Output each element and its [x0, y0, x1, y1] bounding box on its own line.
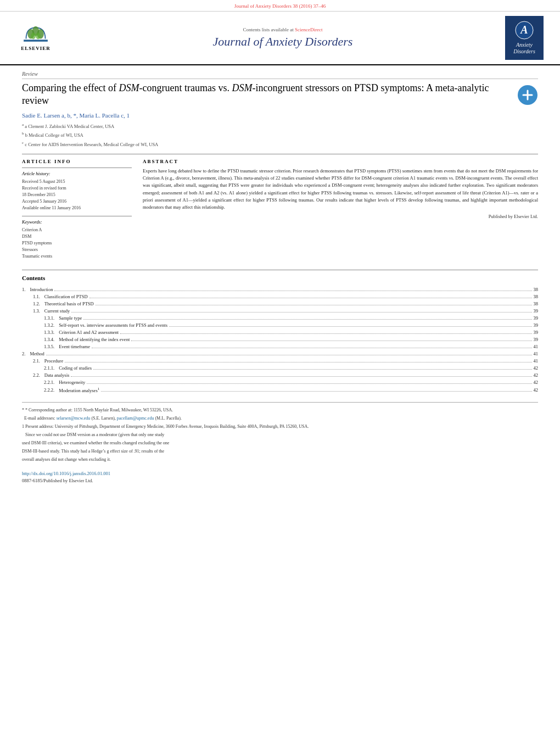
- abstract-column: ABSTRACT Experts have long debated how t…: [143, 159, 538, 264]
- toc-dots-2: [46, 355, 532, 355]
- toc-num-2-1: 2.1.: [33, 358, 40, 364]
- journal-reference-text: Journal of Anxiety Disorders 38 (2016) 3…: [234, 3, 326, 9]
- issn-text: 0887-6185/Published by Elsevier Ltd.: [22, 478, 93, 483]
- affiliation-c: c c Center for AIDS Intervention Researc…: [22, 140, 538, 148]
- toc-num-1-2: 1.2.: [33, 301, 40, 306]
- toc-page-1-3: 39: [534, 308, 539, 314]
- footer-section: * * Corresponding author at: 1155 North …: [22, 402, 538, 483]
- received-revised-label: Received in revised form: [22, 185, 132, 192]
- toc-entry-1-3-2: 1.3.2. Self-report vs. interview assessm…: [44, 321, 538, 328]
- accepted-date: Accepted 5 January 2016: [22, 198, 132, 205]
- science-direct-link[interactable]: ScienceDirect: [295, 27, 322, 32]
- journal-header: ELSEVIER Contents lists available at Sci…: [0, 12, 560, 65]
- svg-rect-0: [24, 40, 48, 42]
- toc-num-1-3: 1.3.: [33, 308, 40, 314]
- toc-label-1-3-4: Method of identifying the index event: [59, 337, 130, 342]
- footnote1-line2: used DSM-III criteria), we examined whet…: [22, 440, 538, 447]
- email2-link[interactable]: pacellam@upmc.edu: [117, 416, 154, 421]
- toc-num-2: 2.: [22, 351, 25, 356]
- toc-dots-1-3-5: [92, 348, 531, 348]
- toc-entry-2-2-2: 2.2.2. Moderation analyses1 42: [44, 386, 538, 394]
- toc-label-1: Introduction: [30, 287, 53, 292]
- contents-prefix: Contents lists available at: [243, 27, 295, 32]
- authors: Sadie E. Larsen a, b, *, Maria L. Pacell…: [22, 112, 538, 119]
- elsevier-logo: ELSEVIER: [11, 23, 60, 53]
- toc-dots-2-2: [71, 376, 531, 377]
- toc-num-1-3-4: 1.3.4.: [44, 337, 54, 342]
- journal-badge: A Anxiety Disorders: [505, 16, 544, 60]
- doi-link[interactable]: http://dx.doi.org/10.1016/j.janxdis.2016…: [22, 471, 538, 476]
- toc-num-1-3-5: 1.3.5.: [44, 344, 54, 349]
- toc-dots-2-1-1: [93, 369, 531, 370]
- toc-dots-1-3-1: [83, 319, 531, 320]
- contents-heading: Contents: [22, 275, 538, 281]
- main-content: Review Comparing the effect of DSM-congr…: [0, 65, 560, 489]
- svg-point-4: [31, 32, 36, 39]
- toc-label-2-2-1: Heterogeneity: [59, 380, 85, 385]
- toc-num-2-2-1: 2.2.1.: [44, 380, 54, 385]
- revised-date: 18 December 2015: [22, 192, 132, 198]
- keyword-4: Stressors: [22, 247, 132, 253]
- toc-entry-1-2: 1.2. Theoretical basis of PTSD 38: [33, 300, 538, 307]
- toc-page-2-2: 42: [534, 372, 539, 378]
- toc-num-1-3-3: 1.3.3.: [44, 330, 54, 335]
- toc-entry-2-2: 2.2. Data analysis 42: [33, 371, 538, 378]
- toc-page-1-3-4: 39: [534, 337, 539, 342]
- keywords-label: Keywords:: [22, 219, 132, 225]
- article-info-abstract-section: ARTICLE INFO Article history: Received 5…: [22, 154, 538, 264]
- published-by: Published by Elsevier Ltd.: [143, 214, 538, 219]
- toc-num-2-2: 2.2.: [33, 372, 40, 378]
- keyword-1: Criterion A: [22, 227, 132, 233]
- footnote1-line4: overall analyses did not change when exc…: [22, 456, 538, 463]
- badge-icon: A: [515, 21, 534, 40]
- received-date: Received 5 August 2015: [22, 178, 132, 185]
- toc-num-1-1: 1.1.: [33, 294, 40, 299]
- toc-entry-1-3: 1.3. Current study 39: [33, 307, 538, 314]
- toc-label-1-3-5: Event timeframe: [59, 344, 90, 349]
- toc-page-1-2: 38: [534, 301, 539, 306]
- toc-label-2: Method: [30, 351, 44, 356]
- article-title: Comparing the effect of DSM-congruent tr…: [22, 82, 512, 108]
- toc-dots-1-3-4: [131, 341, 531, 341]
- toc-page-1-3-5: 41: [534, 344, 539, 349]
- email1-link[interactable]: selarsen@mcw.edu: [57, 416, 91, 421]
- abstract-text: Experts have long debated how to define …: [143, 168, 538, 211]
- article-info-heading: ARTICLE INFO: [22, 159, 132, 164]
- article-info-column: ARTICLE INFO Article history: Received 5…: [22, 159, 132, 264]
- toc-label-2-1: Procedure: [44, 358, 63, 364]
- toc-page-1-3-3: 39: [534, 330, 539, 335]
- affiliation-a: a a Clement J. Zablocki VA Medical Cente…: [22, 122, 538, 130]
- toc-label-1-3-1: Sample type: [59, 315, 82, 321]
- toc-num-2-2-2: 2.2.2.: [44, 387, 54, 393]
- svg-text:A: A: [519, 24, 528, 36]
- keywords-section: Keywords: Criterion A DSM PTSD symptoms …: [22, 216, 132, 260]
- corresponding-author-note: * * Corresponding author at: 1155 North …: [22, 407, 538, 414]
- toc-label-2-1-1: Coding of studies: [59, 365, 92, 371]
- section-divider: [22, 270, 538, 270]
- journal-title-area: Contents lists available at ScienceDirec…: [60, 27, 505, 49]
- article-history-section: Article history: Received 5 August 2015 …: [22, 168, 132, 211]
- journal-title: Journal of Anxiety Disorders: [60, 35, 505, 49]
- keyword-2: DSM: [22, 233, 132, 240]
- article-history-label: Article history:: [22, 171, 132, 176]
- toc-dots-1-3: [71, 312, 531, 313]
- toc-dots-1-3-3: [120, 333, 531, 334]
- affiliation-b: b b Medical College of WI, USA: [22, 131, 538, 139]
- toc-entry-2-2-1: 2.2.1. Heterogeneity 42: [44, 378, 538, 386]
- toc-dots-2-2-1: [87, 383, 531, 384]
- toc-page-1-3-1: 39: [534, 315, 539, 321]
- keyword-3: PTSD symptoms: [22, 240, 132, 247]
- toc-entry-1: 1. Introduction 38: [22, 286, 538, 293]
- toc-page-1-3-2: 39: [534, 322, 539, 328]
- toc-label-1-2: Theoretical basis of PTSD: [44, 301, 94, 306]
- toc-page-1-1: 38: [534, 294, 539, 299]
- page: Journal of Anxiety Disorders 38 (2016) 3…: [0, 0, 560, 742]
- toc-num-2-1-1: 2.1.1.: [44, 365, 54, 371]
- toc-entry-2-1: 2.1. Procedure 41: [33, 357, 538, 364]
- footnote1-line1: Since we could not use DSM version as a …: [22, 432, 538, 438]
- toc-page-2-1-1: 42: [534, 365, 539, 371]
- toc-num-1: 1.: [22, 287, 25, 292]
- journal-reference-bar: Journal of Anxiety Disorders 38 (2016) 3…: [0, 0, 560, 12]
- email-note: E-mail addresses: selarsen@mcw.edu (S.E.…: [22, 415, 538, 422]
- crossmark-icon: [517, 85, 538, 105]
